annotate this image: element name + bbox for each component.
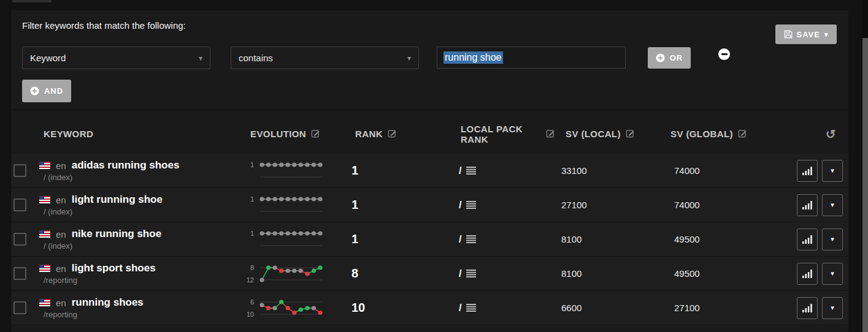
remove-condition-button[interactable]: [718, 48, 730, 60]
edit-icon[interactable]: [626, 129, 635, 140]
bar-chart-icon: [802, 304, 812, 312]
list-icon[interactable]: [466, 167, 476, 175]
filter-field-value: Keyword: [30, 53, 66, 63]
save-button-label: SAVE: [797, 30, 820, 39]
chart-button[interactable]: [797, 263, 818, 285]
chart-button[interactable]: [797, 297, 818, 319]
chevron-down-icon: ▾: [407, 54, 411, 62]
refresh-icon[interactable]: ↺: [826, 128, 836, 140]
evolution-bottom-label: 12: [242, 277, 254, 283]
list-icon[interactable]: [466, 304, 476, 312]
row-dropdown-button[interactable]: ▾: [822, 228, 843, 251]
header-keyword: KEYWORD: [39, 129, 242, 139]
evolution-axis-labels: 1: [242, 230, 254, 249]
filter-operator-value: contains: [239, 53, 273, 63]
bar-chart-icon: [802, 270, 812, 278]
row-checkbox[interactable]: [13, 164, 26, 177]
local-pack-rank-value: /: [459, 165, 461, 176]
plus-circle-icon: [30, 86, 39, 96]
filter-section: Filter keywords that match the following…: [11, 10, 848, 110]
edit-icon[interactable]: [311, 129, 320, 140]
rank-value: 1: [334, 198, 457, 212]
chart-button[interactable]: [797, 160, 818, 182]
table-header: KEYWORD EVOLUTION RANK LOCAL PACK RANK S…: [11, 110, 848, 154]
top-tab-remnant: [12, 0, 52, 2]
header-rank: RANK: [334, 129, 457, 140]
evolution-chart: [258, 299, 324, 317]
row-checkbox[interactable]: [13, 233, 26, 246]
and-button-label: AND: [44, 86, 63, 96]
row-checkbox[interactable]: [13, 267, 26, 280]
keyword-label: running shoes: [72, 296, 144, 309]
keyword-label: adidas running shoes: [72, 159, 180, 172]
keyword-path: / (index): [39, 173, 242, 182]
filter-label: Filter keywords that match the following…: [22, 20, 186, 31]
scrollbar-track[interactable]: [862, 0, 868, 332]
list-icon[interactable]: [466, 270, 476, 277]
filter-operator-select[interactable]: contains ▾: [231, 47, 419, 69]
list-icon[interactable]: [466, 235, 476, 243]
rank-value: 1: [334, 164, 457, 178]
row-dropdown-button[interactable]: ▾: [822, 263, 843, 285]
us-flag-icon: [39, 265, 50, 272]
filter-value-input[interactable]: running shoe: [437, 47, 626, 69]
keyword-label: light running shoe: [72, 194, 163, 206]
chevron-down-icon: ▾: [831, 270, 834, 277]
evolution-chart: [258, 230, 324, 249]
save-button[interactable]: SAVE ▾: [775, 25, 837, 44]
edit-icon[interactable]: [388, 129, 397, 140]
sv-local-value: 8100: [555, 234, 666, 244]
sv-global-value: 74000: [666, 200, 776, 210]
evolution-chart: [258, 162, 324, 180]
row-checkbox[interactable]: [13, 301, 26, 314]
row-dropdown-button[interactable]: ▾: [822, 160, 843, 182]
lang-label: en: [56, 160, 66, 171]
row-dropdown-button[interactable]: ▾: [822, 194, 843, 216]
lang-label: en: [56, 298, 66, 308]
rank-value: 1: [334, 232, 457, 246]
sv-global-value: 27100: [666, 303, 776, 313]
edit-icon[interactable]: [546, 129, 555, 140]
row-checkbox[interactable]: [13, 198, 26, 211]
evolution-top-label: 1: [242, 162, 254, 168]
table-row: en adidas running shoes / (index) 1 1 / …: [11, 154, 848, 188]
row-dropdown-button[interactable]: ▾: [822, 297, 843, 319]
evolution-axis-labels: 1: [242, 196, 254, 214]
keyword-path: / (index): [39, 241, 242, 251]
save-disk-icon: [784, 30, 793, 39]
evolution-top-label: 1: [242, 196, 254, 202]
evolution-bottom-label: 10: [242, 311, 254, 317]
plus-circle-icon: [656, 53, 665, 62]
or-button[interactable]: OR: [648, 47, 691, 69]
keyword-path: / (index): [39, 207, 242, 216]
table-row: en nike running shoe / (index) 1 1 / 810…: [11, 222, 848, 257]
evolution-top-label: 6: [242, 299, 254, 305]
filter-field-select[interactable]: Keyword ▾: [22, 47, 210, 69]
evolution-chart: [258, 196, 324, 214]
and-button[interactable]: AND: [22, 80, 71, 102]
filter-value-text: running shoe: [444, 51, 503, 64]
lang-label: en: [56, 263, 66, 274]
rank-value: 10: [334, 301, 457, 315]
sv-global-value: 49500: [666, 234, 776, 244]
table-body: en adidas running shoes / (index) 1 1 / …: [11, 154, 848, 325]
header-actions: ↺: [776, 128, 848, 140]
scrollbar-thumb[interactable]: [862, 38, 868, 332]
header-evolution: EVOLUTION: [242, 129, 334, 140]
bar-chart-icon: [802, 167, 812, 175]
chevron-down-icon: ▾: [199, 54, 202, 62]
list-icon[interactable]: [466, 201, 476, 209]
edit-icon[interactable]: [738, 129, 747, 140]
us-flag-icon: [39, 196, 50, 203]
or-button-label: OR: [670, 53, 683, 62]
minus-icon: [721, 53, 728, 55]
sv-global-value: 49500: [666, 268, 776, 279]
evolution-top-label: 8: [242, 265, 254, 271]
local-pack-rank-value: /: [459, 200, 461, 211]
chevron-down-icon: ▾: [831, 167, 834, 175]
header-sv-local: SV (LOCAL): [555, 129, 666, 140]
evolution-top-label: 1: [242, 230, 254, 236]
chart-button[interactable]: [797, 228, 818, 251]
evolution-chart: [258, 265, 324, 283]
chart-button[interactable]: [797, 194, 818, 216]
